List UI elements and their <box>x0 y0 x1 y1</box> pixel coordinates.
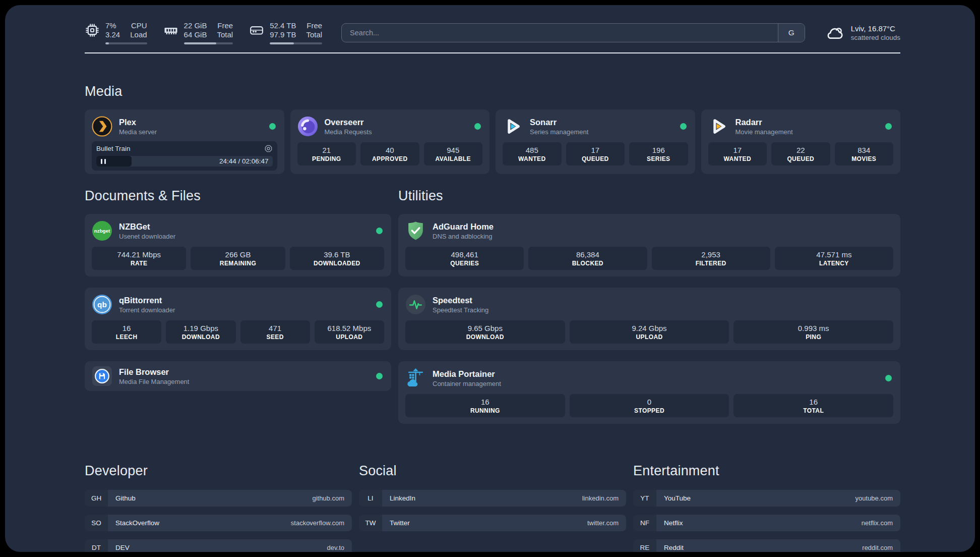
adguard-card[interactable]: AdGuard Home DNS and adblocking 498,461 … <box>398 214 900 276</box>
bookmark-netflix[interactable]: NF Netflix netflix.com <box>633 515 900 531</box>
service-description: Container management <box>433 379 879 388</box>
disk-icon <box>249 23 264 38</box>
stat-upload: 9.24 Gbps UPLOAD <box>570 320 729 344</box>
service-name: Plex <box>119 117 263 128</box>
bookmark-youtube[interactable]: YT YouTube youtube.com <box>633 490 900 507</box>
top-bar: 7% CPU 3.24 Load <box>85 20 900 45</box>
bookmark-name: DEV <box>115 544 130 551</box>
speedtest-icon <box>405 294 426 315</box>
pause-icon <box>104 159 106 164</box>
social-column: Social LI LinkedIn linkedin.com TW Twitt… <box>359 463 626 539</box>
qbittorrent-card[interactable]: qb qBittorrent Torrent downloader 16 LEE… <box>85 288 391 350</box>
stat-approved: 40 APPROVED <box>360 142 419 165</box>
playback-time: 24:44 / 02:06:47 <box>219 156 269 166</box>
service-description: Usenet downloader <box>119 232 370 241</box>
weather-widget: Lviv, 16.87°C scattered clouds <box>824 24 900 42</box>
playback-progress-track: 24:44 / 02:06:47 <box>96 156 273 166</box>
pause-icon <box>101 159 102 164</box>
service-name: Media Portainer <box>433 369 879 379</box>
radarr-card[interactable]: Radarr Movie management 17 WANTED 22 QUE… <box>701 109 901 174</box>
sonarr-card[interactable]: Sonarr Series management 485 WANTED 17 Q… <box>496 109 695 174</box>
stat-running: 16 RUNNING <box>405 394 565 417</box>
stat-filtered: 2,953 FILTERED <box>652 247 770 270</box>
service-description: Series management <box>530 128 673 136</box>
stat-ping: 0.993 ms PING <box>733 320 893 344</box>
memory-total-label: Total <box>217 30 233 39</box>
portainer-card[interactable]: Media Portainer Container management 16 … <box>398 361 900 424</box>
stat-wanted: 485 WANTED <box>503 142 562 165</box>
stat-download: 1.19 Gbps DOWNLOAD <box>166 320 235 344</box>
memory-widget: 22 GiB Free 64 GiB Total <box>163 21 233 44</box>
dashboard-panel: 7% CPU 3.24 Load <box>5 5 975 552</box>
bookmark-url: twitter.com <box>587 519 619 527</box>
status-dot <box>269 123 276 130</box>
bookmark-dev[interactable]: DT DEV dev.to <box>85 539 352 552</box>
bookmark-url: stackoverflow.com <box>291 519 344 527</box>
bookmark-url: linkedin.com <box>582 494 619 502</box>
utilities-column: Utilities AdGuard Home <box>398 188 900 435</box>
weather-condition: scattered clouds <box>851 33 900 42</box>
filebrowser-icon <box>92 366 112 386</box>
section-heading-utilities: Utilities <box>398 188 900 204</box>
search-provider-button[interactable]: G <box>778 24 805 42</box>
now-playing-title: Bullet Train <box>96 144 131 153</box>
service-description: Movie management <box>736 128 879 136</box>
filebrowser-card[interactable]: File Browser Media File Management <box>85 361 391 391</box>
status-dot <box>376 228 383 234</box>
svg-text:nzbget: nzbget <box>94 228 110 234</box>
search-input[interactable] <box>342 24 778 42</box>
cpu-progress-track <box>105 42 147 45</box>
stat-pending: 21 PENDING <box>297 142 356 165</box>
stat-remaining: 266 GB REMAINING <box>191 247 285 270</box>
service-name: NZBGet <box>119 221 370 232</box>
bookmark-github[interactable]: GH Github github.com <box>85 490 352 507</box>
resource-widgets: 7% CPU 3.24 Load <box>85 21 322 44</box>
disk-progress-track <box>270 42 322 45</box>
service-description: Speedtest Tracking <box>433 306 893 314</box>
bookmark-linkedin[interactable]: LI LinkedIn linkedin.com <box>359 490 626 507</box>
adguard-icon <box>405 220 426 241</box>
stat-total: 16 TOTAL <box>733 394 893 417</box>
stat-leech: 16 LEECH <box>92 320 161 344</box>
documents-column: Documents & Files nzbget NZBGet Usenet d… <box>85 188 391 402</box>
disk-total-label: Total <box>306 30 322 39</box>
stat-stopped: 0 STOPPED <box>570 394 729 417</box>
bookmark-stackoverflow[interactable]: SO StackOverflow stackoverflow.com <box>85 515 352 531</box>
overseerr-card[interactable]: Overseerr Media Requests 21 PENDING 40 A… <box>290 109 490 174</box>
section-heading-social: Social <box>359 463 626 479</box>
svg-text:qb: qb <box>97 300 107 309</box>
stat-queries: 498,461 QUERIES <box>405 247 524 270</box>
memory-total-value: 64 GiB <box>184 30 207 39</box>
nzbget-card[interactable]: nzbget NZBGet Usenet downloader 744.21 M… <box>85 214 391 276</box>
stat-movies: 834 MOVIES <box>835 142 894 165</box>
bookmark-url: dev.to <box>327 544 344 551</box>
sonarr-icon <box>503 116 523 137</box>
stat-blocked: 86,384 BLOCKED <box>528 247 647 270</box>
header-divider <box>85 52 900 53</box>
stat-seed: 471 SEED <box>240 320 310 344</box>
weather-text: Lviv, 16.87°C scattered clouds <box>851 24 900 42</box>
plex-card[interactable]: Plex Media server Bullet Train <box>85 109 284 174</box>
bookmark-abbr: RE <box>633 539 656 552</box>
stat-wanted: 17 WANTED <box>708 142 767 165</box>
now-playing-session-icon <box>264 144 273 153</box>
disk-total-value: 97.9 TB <box>270 30 296 39</box>
bookmark-reddit[interactable]: RE Reddit reddit.com <box>633 539 900 552</box>
portainer-icon <box>405 368 426 388</box>
service-description: Torrent downloader <box>119 306 370 314</box>
bookmark-url: github.com <box>312 494 344 502</box>
service-description: DNS and adblocking <box>433 232 893 241</box>
bookmark-abbr: GH <box>85 490 108 507</box>
status-dot <box>376 373 383 379</box>
overseerr-icon <box>297 116 318 137</box>
pause-button[interactable] <box>96 156 132 166</box>
memory-free-value: 22 GiB <box>184 21 207 30</box>
entertainment-column: Entertainment YT YouTube youtube.com NF … <box>633 463 900 552</box>
bookmark-abbr: YT <box>633 490 656 507</box>
bookmark-twitter[interactable]: TW Twitter twitter.com <box>359 515 626 531</box>
cpu-progress-fill <box>105 42 109 45</box>
qbittorrent-icon: qb <box>92 294 112 315</box>
ram-icon <box>163 23 178 38</box>
service-name: Overseerr <box>325 117 468 128</box>
speedtest-card[interactable]: Speedtest Speedtest Tracking 9.65 Gbps D… <box>398 288 900 350</box>
